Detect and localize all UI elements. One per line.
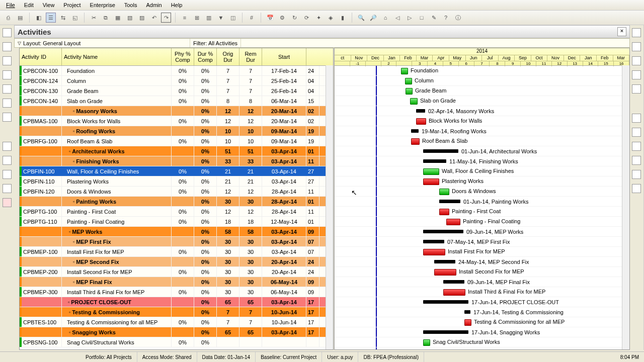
progress-icon[interactable]: ↻ [289,13,299,23]
gantt-bar[interactable]: Painting - First Coat [439,209,449,215]
gantt-bar[interactable]: Doors & Windows [439,189,449,195]
paste-activity-icon[interactable] [632,84,641,94]
gantt-bar[interactable]: Snag Civil/Structural Works [423,339,430,346]
activity-row[interactable]: CPBSNG-100Snag Civil/Structural Works0%0… [20,337,333,347]
print-icon[interactable]: ⎙ [3,13,13,23]
gantt-row[interactable]: 11-May-14, Finishing Works [335,156,629,166]
timescale-icon[interactable]: ▥ [204,13,214,23]
grid-scrollbar[interactable] [326,65,333,349]
layout-icon[interactable]: ◧ [34,13,44,23]
gantt-bar[interactable]: 02-Apr-14, Masonry Works [416,109,425,113]
gantt-bar[interactable]: Column [405,78,412,84]
activity-row[interactable]: CPBPTG-100Painting - First Coat0%0%12122… [20,207,333,217]
filter-icon[interactable]: ▼ [216,13,226,23]
codes-r-icon[interactable] [632,142,641,151]
activity-row[interactable]: CPBCON-140Slab on Grade0%0%8806-Mar-1415 [20,96,333,106]
resources-r-icon[interactable] [632,114,641,123]
wbs-row[interactable]: ▫Architectural Works0%515103-Apr-1401 [20,146,333,156]
gantt-row[interactable]: Install First Fix for MEP [335,247,629,257]
col-orig[interactable]: Orig Dur [217,48,239,65]
gantt-bar[interactable]: Wall, Floor & Ceiling Finishes [423,168,439,175]
gantt-bar[interactable]: Testing & Commissioning for all MEP [464,319,471,326]
projects-icon[interactable] [3,28,12,37]
col-dur[interactable]: Dur % Comp [194,48,217,65]
gantt-row[interactable]: Grade Beam [335,86,629,96]
help-icon[interactable]: ? [441,13,451,23]
gantt-bar[interactable]: 17-Jun-14, Snagging Works [423,330,468,334]
zoom-in-icon[interactable]: 🔍 [356,13,366,23]
gantt-bar[interactable]: 17-Jun-14, Testing & Commissioning [464,310,470,314]
layout-bar[interactable]: ▽Layout: General Layout Filter: All Acti… [14,38,630,48]
wbs-row[interactable]: ▫PROJECT CLOSE-OUT0%656503-Apr-1417 [20,297,333,307]
menu-file[interactable]: File [2,1,19,9]
wps-icon[interactable] [3,113,12,122]
wbs-row[interactable]: ▫MEP Final Fix0%303006-May-1409 [20,277,333,287]
wbs-row[interactable]: ▫MEP First Fix0%303003-Apr-1407 [20,237,333,247]
gantt-bar[interactable]: Slab on Grade [410,98,418,105]
gantt-row[interactable]: 19-Mar-14, Roofing Works [335,126,629,136]
gantt-scrollbar[interactable] [622,65,629,349]
menu-tools[interactable]: Tools [120,1,141,9]
gantt-row[interactable]: 01-Jun-14, Painting Works [335,197,629,207]
gantt-bar[interactable]: 17-Jun-14, PROJECT CLOSE-OUT [423,300,468,304]
menu-edit[interactable]: Edit [20,1,38,9]
recalc-icon[interactable]: ⟳ [301,13,311,23]
gantt-row[interactable]: 17-Jun-14, Testing & Commissioning [335,307,629,317]
about-icon[interactable]: ⓘ [453,13,463,23]
gantt-row[interactable]: 01-Jun-14, Architectural Works [335,146,629,156]
preds-r-icon[interactable] [632,156,641,165]
gantt-row[interactable]: Plastering Works [335,176,629,187]
activity-row[interactable]: CPBRFG-100Roof Beam & Slab0%0%101009-Mar… [20,136,333,146]
gantt-row[interactable]: Install Third & Final Fix for MEP [335,287,629,297]
cut-activity-icon[interactable] [632,56,641,65]
gantt-row[interactable]: Foundation [335,66,629,76]
side-d-icon[interactable] [3,184,12,193]
gantt-bar[interactable]: Install First Fix for MEP [423,249,445,255]
gantt-bar[interactable]: Install Second Fix for MEP [434,269,456,276]
activity-grid[interactable]: Activity ID Activity Name Phy % Comp Dur… [19,48,334,350]
store-icon[interactable]: ✦ [313,13,324,23]
preview-icon[interactable]: ▤ [15,13,25,23]
grid-header[interactable]: Activity ID Activity Name Phy % Comp Dur… [20,48,333,66]
gantt-bar[interactable]: Grade Beam [406,88,413,95]
gantt-row[interactable]: Column [335,76,629,86]
roles-r-icon[interactable] [632,128,641,137]
gantt-row[interactable]: Slab on Grade [335,96,629,106]
activity-row[interactable]: CPBCON-100Foundation0%0%7717-Feb-1424 [20,66,333,76]
schedule-icon[interactable]: 📅 [265,13,275,23]
activity-row[interactable]: CPBFIN-100Wall, Floor & Ceiling Finishes… [20,166,333,176]
prev-icon[interactable]: ◁ [392,13,403,23]
wbs-row[interactable]: ▫Painting Works0%303028-Apr-1401 [20,197,333,207]
reports-icon[interactable] [3,56,12,65]
assignments-icon[interactable] [3,99,12,108]
col-start[interactable]: Start [262,48,306,65]
activity-row[interactable]: CPBMEP-100Install First Fix for MEP0%0%3… [20,247,333,257]
gantt-bar[interactable]: Painting - Final Coating [446,219,460,225]
layout-label[interactable]: Layout: General Layout [23,40,80,46]
gantt-bar[interactable]: 24-May-14, MEP Second Fix [434,260,455,263]
gantt-bar[interactable]: 09-Jun-14, MEP Final Fix [443,280,464,284]
gantt-row[interactable]: Roof Beam & Slab [335,136,629,146]
undo-icon[interactable]: ↶ [149,13,159,23]
hash-icon[interactable]: # [247,13,257,23]
gantt-row[interactable]: 17-Jun-14, Snagging Works [335,327,629,337]
gantt-row[interactable]: Painting - First Coat [335,207,629,217]
wbs-icon[interactable] [3,70,12,79]
gantt-bar[interactable]: Plastering Works [423,178,439,185]
col-activity-id[interactable]: Activity ID [20,48,62,65]
activity-row[interactable]: CPBMAS-100Block Works for Walls0%0%12122… [20,116,333,126]
wbs-row[interactable]: ▫Snagging Works0%656503-Apr-1417 [20,327,333,337]
right-sidebar[interactable] [629,25,644,350]
gantt-row[interactable]: Snag Civil/Structural Works [335,337,629,347]
side-a-icon[interactable] [3,142,12,151]
paste-icon[interactable]: ▦ [113,13,123,23]
add-icon[interactable]: ▧ [125,13,135,23]
copy-icon[interactable]: ⧉ [101,13,111,23]
gantt-row[interactable]: 09-Jun-14, MEP Final Fix [335,277,629,287]
redo-icon[interactable]: ↷ [161,13,171,23]
close-icon[interactable]: × [617,27,626,36]
gantt-bar[interactable]: 07-May-14, MEP First Fix [423,240,444,243]
gantt-body[interactable]: FoundationColumnGrade BeamSlab on Grade0… [335,66,629,350]
gantt-timescale[interactable]: 2014 ctNovDecJanFebMarAprMayJunJulAugSep… [335,48,629,66]
gantt-row[interactable]: Testing & Commissioning for all MEP [335,317,629,327]
